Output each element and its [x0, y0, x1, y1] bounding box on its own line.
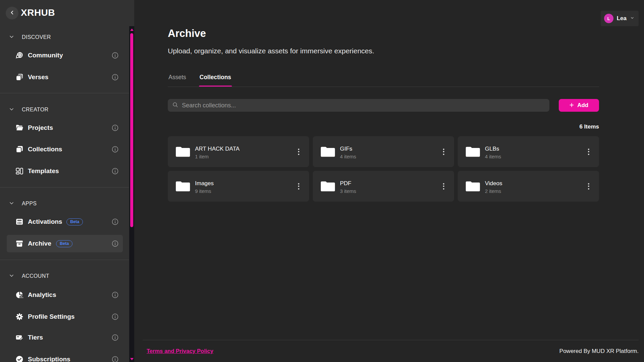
toolbar: + Add: [168, 99, 599, 112]
tab-divider: [168, 87, 599, 87]
collection-card[interactable]: Images 9 items: [168, 171, 309, 202]
collections-grid: ART HACK DATA 1 item GIFs 4 items GLBs 4…: [168, 136, 599, 202]
collection-count: 1 item: [195, 154, 209, 159]
terms-privacy-link[interactable]: Terms and Privacy Policy: [147, 348, 213, 354]
kebab-menu-icon[interactable]: [439, 146, 448, 157]
collection-count: 9 items: [195, 188, 211, 194]
search-box[interactable]: [168, 99, 549, 112]
sidebar-item-label: Subscriptions: [28, 356, 70, 362]
sidebar-item-activations[interactable]: Activations Beta: [7, 213, 123, 230]
collection-card[interactable]: Videos 2 items: [458, 171, 599, 202]
chevron-down-icon: [630, 15, 635, 21]
templates-layout-icon: [15, 167, 24, 175]
kebab-menu-icon[interactable]: [294, 146, 303, 157]
kebab-menu-icon[interactable]: [584, 180, 593, 192]
kebab-menu-icon[interactable]: [294, 180, 303, 192]
projects-folder-icon: [15, 123, 24, 132]
section-label: APPS: [22, 201, 37, 207]
sidebar-item-label: Archive: [28, 240, 51, 247]
powered-by-text: Powered By MUD XR Platform.: [559, 348, 639, 355]
folder-icon: [465, 179, 481, 193]
info-icon[interactable]: [111, 73, 119, 81]
sidebar-item-subscriptions[interactable]: Subscriptions: [7, 351, 123, 362]
info-icon[interactable]: [111, 356, 119, 362]
community-globe-icon: [15, 51, 24, 60]
collection-count: 4 items: [340, 154, 356, 159]
section-label: CREATOR: [22, 107, 49, 113]
chevron-down-icon: [9, 200, 14, 207]
archive-box-icon: [15, 239, 24, 248]
sidebar-divider: [0, 187, 129, 188]
gear-icon: [15, 312, 24, 321]
sidebar-divider: [0, 93, 129, 93]
avatar: L: [604, 14, 613, 23]
collection-name: ART HACK DATA: [195, 146, 240, 152]
chevron-down-icon: [9, 34, 14, 41]
kebab-menu-icon[interactable]: [584, 146, 593, 157]
subscriptions-check-icon: [15, 355, 24, 362]
sidebar-item-label: Tiers: [28, 334, 43, 341]
sidebar-section-discover[interactable]: DISCOVER: [9, 33, 51, 42]
sidebar-item-community[interactable]: Community: [7, 47, 123, 64]
sidebar-item-tiers[interactable]: Tiers: [7, 329, 123, 346]
sidebar-collapse-button[interactable]: [6, 7, 18, 19]
info-icon[interactable]: [111, 313, 119, 320]
collection-card[interactable]: PDF 3 items: [313, 171, 454, 202]
sidebar-item-label: Collections: [28, 146, 62, 153]
user-menu[interactable]: L Lea: [601, 11, 639, 26]
chevron-down-icon: [9, 106, 14, 113]
plus-icon: +: [569, 101, 574, 109]
scrollbar-up-arrow-icon[interactable]: [130, 29, 134, 31]
folder-icon: [175, 179, 191, 193]
beta-badge: Beta: [66, 218, 83, 225]
sidebar-scrollbar[interactable]: [129, 26, 134, 362]
collection-card[interactable]: GIFs 4 items: [313, 136, 454, 167]
sidebar-item-verses[interactable]: Verses: [7, 68, 123, 86]
collections-stack-icon: [15, 145, 24, 154]
folder-icon: [320, 179, 336, 193]
sidebar-item-archive[interactable]: Archive Beta: [7, 235, 123, 252]
folder-icon: [465, 145, 481, 158]
sidebar-item-projects[interactable]: Projects: [7, 119, 123, 137]
kebab-menu-icon[interactable]: [439, 180, 448, 192]
sidebar-section-apps[interactable]: APPS: [9, 199, 37, 208]
collection-card[interactable]: ART HACK DATA 1 item: [168, 136, 309, 167]
page-title: Archive: [168, 28, 206, 40]
sidebar-item-label: Analytics: [28, 291, 56, 299]
collection-count: 3 items: [340, 188, 356, 194]
app-logo: XRHUB: [21, 7, 55, 18]
scrollbar-down-arrow-icon[interactable]: [130, 358, 134, 360]
add-button[interactable]: + Add: [559, 99, 599, 112]
collection-card[interactable]: GLBs 4 items: [458, 136, 599, 167]
info-icon[interactable]: [111, 218, 119, 225]
sidebar-item-label: Profile Settings: [28, 313, 75, 320]
activations-grid-icon: [15, 217, 24, 226]
sidebar-divider: [0, 260, 129, 260]
sidebar-item-analytics[interactable]: Analytics: [7, 286, 123, 304]
sidebar-section-account[interactable]: ACCOUNT: [9, 271, 49, 281]
user-name: Lea: [617, 15, 627, 22]
tab-collections[interactable]: Collections: [199, 74, 232, 86]
sidebar-item-label: Activations: [28, 218, 62, 225]
sidebar-item-templates[interactable]: Templates: [7, 162, 123, 180]
search-input[interactable]: [182, 102, 545, 109]
info-icon[interactable]: [111, 124, 119, 132]
sidebar-item-collections[interactable]: Collections: [7, 141, 123, 158]
info-icon[interactable]: [111, 291, 119, 299]
sidebar-item-label: Templates: [28, 167, 59, 175]
info-icon[interactable]: [111, 146, 119, 153]
collection-name: Videos: [485, 180, 502, 187]
items-count: 6 Items: [168, 123, 599, 130]
scrollbar-thumb[interactable]: [130, 33, 133, 227]
info-icon[interactable]: [111, 52, 119, 59]
sidebar-section-creator[interactable]: CREATOR: [9, 105, 49, 114]
chevron-left-icon: [9, 10, 15, 16]
info-icon[interactable]: [111, 240, 119, 247]
info-icon[interactable]: [111, 334, 119, 341]
info-icon[interactable]: [111, 167, 119, 175]
folder-icon: [320, 145, 336, 158]
folder-icon: [175, 145, 191, 158]
sidebar-item-profile-settings[interactable]: Profile Settings: [7, 308, 123, 325]
collection-name: GLBs: [485, 146, 499, 152]
tab-assets[interactable]: Assets: [168, 74, 187, 86]
